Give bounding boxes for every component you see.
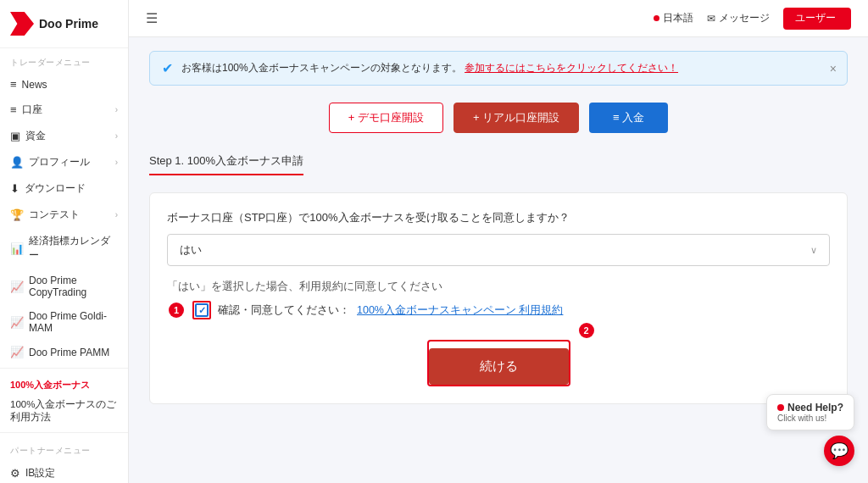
shisan-icon: ▣ <box>10 130 20 142</box>
user-button[interactable]: ユーザー <box>783 8 851 30</box>
step-label: Step 1. 100%入金ボーナス申請 <box>149 154 303 167</box>
checkbox-highlight: ✓ <box>192 301 211 319</box>
terms-section: 「はい」を選択した場合、利用規約に同意してください 1 ✓ 確認・同意してくださ… <box>167 280 830 319</box>
download-icon: ⬇ <box>10 182 19 195</box>
continue-button-wrapper: 続ける 2 <box>427 333 570 386</box>
message-button[interactable]: ✉ メッセージ <box>707 11 770 25</box>
continue-button[interactable]: 続ける <box>429 348 569 385</box>
help-dot <box>777 404 784 411</box>
sidebar-item-profile[interactable]: 👤 プロフィール › <box>0 149 128 175</box>
chevron-right-icon: › <box>115 158 118 167</box>
news-icon: ≡ <box>10 78 17 91</box>
chat-button[interactable]: 💬 <box>824 436 854 466</box>
sidebar-item-label: News <box>22 79 47 91</box>
close-icon[interactable]: × <box>830 62 837 75</box>
help-title: Need Help? <box>777 402 843 414</box>
badge-1: 1 <box>169 303 184 318</box>
envelope-icon: ✉ <box>707 13 715 25</box>
sidebar-item-label: IB設定 <box>25 466 55 480</box>
form-area: ボーナス口座（STP口座）で100%入金ボーナスを受け取ることを同意しますか？ … <box>149 192 848 404</box>
terms-link[interactable]: 100%入金ボーナスキャンペーン 利用規約 <box>357 303 563 318</box>
continue-highlight-box: 続ける <box>427 340 570 386</box>
chevron-right-icon: › <box>115 210 118 219</box>
user-label: ユーザー <box>795 12 836 24</box>
logo: Doo Prime <box>0 0 128 48</box>
help-widget: Need Help? Click with us! 💬 <box>766 394 854 466</box>
sidebar-item-label: Doo Prime Goldi-MAM <box>29 310 118 334</box>
sidebar-item-label: Doo Prime PAMM <box>29 347 109 358</box>
msg-label: メッセージ <box>719 11 770 25</box>
terms-instruction: 「はい」を選択した場合、利用規約に同意してください <box>167 280 830 294</box>
topnav: ☰ 日本語 ✉ メッセージ ユーザー <box>129 0 868 37</box>
sidebar-item-label: Doo Prime CopyTrading <box>29 275 118 298</box>
banner-link[interactable]: 参加するにはこちらをクリックしてください！ <box>465 62 678 74</box>
lang-label: 日本語 <box>663 11 693 25</box>
contest-icon: 🏆 <box>10 208 24 221</box>
profile-icon: 👤 <box>10 156 24 169</box>
help-bubble[interactable]: Need Help? Click with us! <box>766 394 854 430</box>
chevron-down-icon: ∨ <box>810 245 817 256</box>
sidebar-item-shisan[interactable]: ▣ 資金 › <box>0 123 128 149</box>
calendar-icon: 📊 <box>10 242 24 255</box>
sidebar-item-calendar[interactable]: 📊 経済指標カレンダー <box>0 228 128 269</box>
koza-icon: ≡ <box>10 103 17 116</box>
sidebar-item-pamm[interactable]: 📈 Doo Prime PAMM <box>0 340 128 364</box>
language-selector[interactable]: 日本語 <box>654 11 693 25</box>
demo-account-button[interactable]: + デモ口座開設 <box>329 103 443 133</box>
action-buttons: + デモ口座開設 + リアル口座開設 ≡ 入金 <box>149 103 848 133</box>
sidebar-item-label: 経済指標カレンダー <box>29 234 118 263</box>
sidebar-item-download[interactable]: ⬇ ダウンロード <box>0 175 128 202</box>
sidebar-item-label: 口座 <box>22 103 42 117</box>
sidebar-item-bonus-method[interactable]: 100%入金ボーナスのご利用方法 <box>0 393 128 429</box>
main-area: ☰ 日本語 ✉ メッセージ ユーザー ✔ お客様は100%入金ボーナスキャンペー… <box>129 0 868 483</box>
logo-icon <box>10 12 34 36</box>
banner-text: お客様は100%入金ボーナスキャンペーンの対象となります。 参加するにはこちらを… <box>181 61 678 75</box>
sidebar-item-contest[interactable]: 🏆 コンテスト › <box>0 202 128 228</box>
checkbox-label: 確認・同意してください： <box>218 303 350 318</box>
sidebar-item-label: ダウンロード <box>25 181 86 196</box>
logo-text: Doo Prime <box>39 17 98 31</box>
real-account-button[interactable]: + リアル口座開設 <box>453 103 579 133</box>
deposit-button[interactable]: ≡ 入金 <box>589 103 668 133</box>
sidebar-item-label: コンテスト <box>29 208 80 222</box>
sidebar-item-ib[interactable]: ⚙ IB設定 <box>0 460 128 483</box>
bonus-consent-select[interactable]: はい ∨ <box>167 234 830 266</box>
checkmark-icon: ✓ <box>198 305 206 316</box>
step-tab: Step 1. 100%入金ボーナス申請 <box>149 153 303 175</box>
hamburger-icon[interactable]: ☰ <box>146 10 158 26</box>
bonus-banner: ✔ お客様は100%入金ボーナスキャンペーンの対象となります。 参加するにはこち… <box>149 51 848 86</box>
sidebar-item-label: 資金 <box>25 129 46 143</box>
pamm-icon: 📈 <box>10 346 24 358</box>
terms-check-row: 1 ✓ 確認・同意してください： 100%入金ボーナスキャンペーン 利用規約 <box>192 301 830 319</box>
bonus-section-label: 100%入金ボーナス <box>0 372 128 393</box>
trader-menu-label: トレーダーメニュー <box>0 48 128 72</box>
badge-2: 2 <box>579 323 594 338</box>
form-question: ボーナス口座（STP口座）で100%入金ボーナスを受け取ることを同意しますか？ <box>167 210 830 225</box>
sidebar-item-koza[interactable]: ≡ 口座 › <box>0 97 128 123</box>
content-area: ✔ お客様は100%入金ボーナスキャンペーンの対象となります。 参加するにはこち… <box>129 37 868 483</box>
chevron-right-icon: › <box>115 131 118 141</box>
sidebar-item-news[interactable]: ≡ News <box>0 72 128 97</box>
chat-icon: 💬 <box>830 441 849 460</box>
chevron-right-icon: › <box>115 105 118 114</box>
select-value: はい <box>180 242 202 258</box>
help-subtitle: Click with us! <box>777 414 843 423</box>
sidebar: Doo Prime トレーダーメニュー ≡ News ≡ 口座 › ▣ 資金 ›… <box>0 0 129 483</box>
check-circle-icon: ✔ <box>162 60 173 76</box>
sidebar-item-copytrading[interactable]: 📈 Doo Prime CopyTrading <box>0 269 128 304</box>
goldimam-icon: 📈 <box>10 316 24 329</box>
sidebar-item-label: プロフィール <box>29 155 90 169</box>
ib-icon: ⚙ <box>10 467 20 480</box>
copytrading-icon: 📈 <box>10 280 24 293</box>
partner-menu-label: パートナーメニュー <box>0 436 128 460</box>
terms-checkbox[interactable]: ✓ <box>195 303 209 317</box>
sidebar-item-goldimam[interactable]: 📈 Doo Prime Goldi-MAM <box>0 304 128 340</box>
lang-dot <box>654 15 659 21</box>
